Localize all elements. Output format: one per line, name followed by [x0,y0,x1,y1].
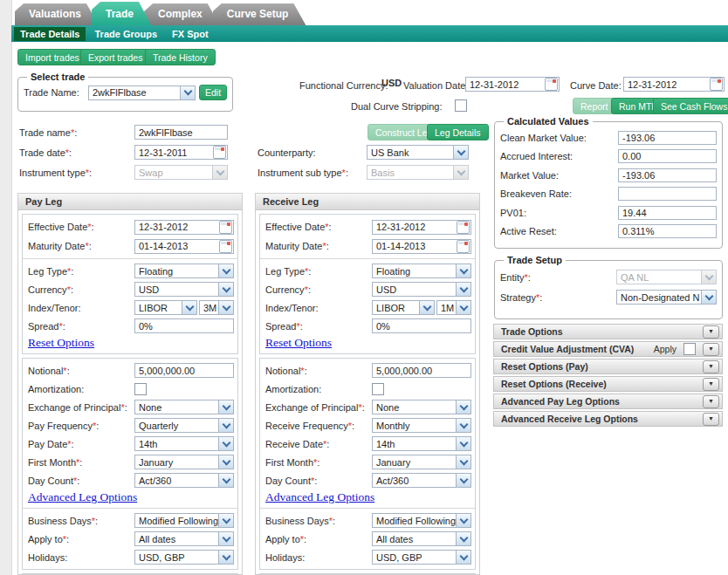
expand-arrow-icon[interactable]: ▼ [703,413,719,426]
chevron-down-icon[interactable] [218,474,233,487]
trade-name-input[interactable]: 2wkFlFlbase [134,125,228,140]
receive-amortization-checkbox[interactable] [372,383,384,395]
chevron-down-icon[interactable] [218,400,233,414]
chevron-down-icon[interactable] [456,532,470,545]
curve-date-input[interactable]: 12-31-2012 [623,77,725,92]
pay-spread-input[interactable]: 0% [134,318,234,333]
pay-index-select[interactable]: LIBOR [134,300,197,315]
chevron-down-icon[interactable] [456,437,470,450]
import-trades-button[interactable]: Import trades [17,49,87,65]
receive-currency-select[interactable]: USD [372,282,471,297]
trade-date-input[interactable]: 12-31-2011 [134,145,228,160]
chevron-down-icon[interactable] [456,400,470,414]
report-button[interactable]: Report [573,98,616,114]
see-cash-flows-button[interactable]: See Cash Flows [653,98,728,114]
tab-curve-setup[interactable]: Curve Setup [213,3,306,25]
chevron-down-icon[interactable] [456,455,470,469]
chevron-down-icon[interactable] [218,301,233,314]
advanced-pay-leg-options-header[interactable]: Advanced Pay Leg Options ▼ [493,394,723,409]
dual-curve-stripping-checkbox[interactable] [455,99,467,112]
receive-first-month-select[interactable]: January [372,455,471,469]
pay-reset-options-link[interactable]: Reset Options [28,336,94,350]
receive-date-select[interactable]: 14th [372,436,471,451]
receive-holidays-select[interactable]: USD, GBP [372,550,471,565]
expand-arrow-icon[interactable]: ▼ [703,360,719,373]
leg-details-button[interactable]: Leg Details [427,124,489,140]
calendar-icon[interactable] [213,146,226,159]
receive-apply-to-select[interactable]: All dates [372,531,471,546]
chevron-down-icon[interactable] [456,301,470,314]
reset-options-receive-header[interactable]: Reset Options (Receive) ▼ [493,376,723,392]
pay-effective-date-input[interactable]: 12-31-2012 [134,220,234,235]
chevron-down-icon[interactable] [218,264,233,277]
receive-business-days-select[interactable]: Modified Following [372,513,471,528]
tab-valuations[interactable]: Valuations [15,3,99,25]
edit-button[interactable]: Edit [199,85,227,100]
pay-holidays-select[interactable]: USD, GBP [134,550,234,565]
receive-reset-options-link[interactable]: Reset Options [265,336,332,350]
chevron-down-icon[interactable] [419,301,434,314]
chevron-down-icon[interactable] [218,419,233,432]
cva-header[interactable]: Credit Value Adjustment (CVA) Apply ▼ [493,341,723,357]
chevron-down-icon[interactable] [456,551,470,564]
chevron-down-icon[interactable] [218,532,233,545]
chevron-down-icon[interactable] [456,514,470,527]
receive-day-count-select[interactable]: Act/360 [372,473,471,488]
receive-notional-input[interactable]: 5,000,000.00 [372,363,471,378]
chevron-down-icon[interactable] [182,301,196,314]
trade-options-header[interactable]: Trade Options ▼ [493,324,723,339]
receive-tenor-select[interactable]: 1M [436,300,471,315]
calendar-icon[interactable] [545,78,558,91]
receive-leg-type-select[interactable]: Floating [372,264,471,278]
pay-advanced-leg-options-link[interactable]: Advanced Leg Options [28,490,137,504]
calendar-icon[interactable] [457,221,470,234]
trade-history-button[interactable]: Trade History [145,49,216,65]
pay-day-count-select[interactable]: Act/360 [134,473,234,488]
chevron-down-icon[interactable] [701,291,716,304]
pay-date-select[interactable]: 14th [134,436,234,451]
pay-frequency-select[interactable]: Quarterly [134,418,234,433]
reset-options-pay-header[interactable]: Reset Options (Pay) ▼ [493,359,723,374]
expand-arrow-icon[interactable]: ▼ [703,343,719,356]
calendar-icon[interactable] [710,78,723,91]
pay-exchange-select[interactable]: None [134,400,234,414]
calendar-icon[interactable] [219,221,232,234]
pay-leg-type-select[interactable]: Floating [134,264,234,278]
chevron-down-icon[interactable] [218,455,233,469]
calendar-icon[interactable] [219,240,232,253]
strategy-select[interactable]: Non-Designated N [616,290,717,305]
pay-apply-to-select[interactable]: All dates [134,531,234,546]
pay-amortization-checkbox[interactable] [134,383,147,395]
pay-currency-select[interactable]: USD [134,282,234,297]
pay-maturity-date-input[interactable]: 01-14-2013 [134,239,234,254]
receive-advanced-leg-options-link[interactable]: Advanced Leg Options [265,490,374,504]
receive-frequency-select[interactable]: Monthly [372,418,471,433]
pay-first-month-select[interactable]: January [134,455,234,469]
pay-tenor-select[interactable]: 3M [199,300,234,315]
expand-arrow-icon[interactable]: ▼ [703,395,719,408]
cva-apply-checkbox[interactable] [683,343,696,355]
receive-index-select[interactable]: LIBOR [372,300,435,315]
chevron-down-icon[interactable] [456,283,470,296]
tab-trade[interactable]: Trade [92,2,151,25]
chevron-down-icon[interactable] [456,419,470,432]
pay-business-days-select[interactable]: Modified Following [134,513,234,528]
pay-notional-input[interactable]: 5,000,000.00 [134,363,234,378]
export-trades-button[interactable]: Export trades [80,49,150,65]
chevron-down-icon[interactable] [218,283,233,296]
counterparty-select[interactable]: US Bank [367,145,469,160]
chevron-down-icon[interactable] [218,437,233,450]
expand-arrow-icon[interactable]: ▼ [703,325,719,339]
expand-arrow-icon[interactable]: ▼ [703,378,719,391]
chevron-down-icon[interactable] [180,86,195,99]
chevron-down-icon[interactable] [456,264,470,277]
receive-exchange-select[interactable]: None [372,400,471,414]
chevron-down-icon[interactable] [453,146,468,159]
receive-maturity-date-input[interactable]: 01-14-2013 [372,239,471,254]
subnav-fx-spot[interactable]: FX Spot [166,27,215,41]
chevron-down-icon[interactable] [456,474,470,487]
calendar-icon[interactable] [457,240,470,253]
subnav-trade-groups[interactable]: Trade Groups [88,27,163,41]
chevron-down-icon[interactable] [218,551,233,564]
advanced-receive-leg-options-header[interactable]: Advanced Receive Leg Options ▼ [493,411,723,427]
